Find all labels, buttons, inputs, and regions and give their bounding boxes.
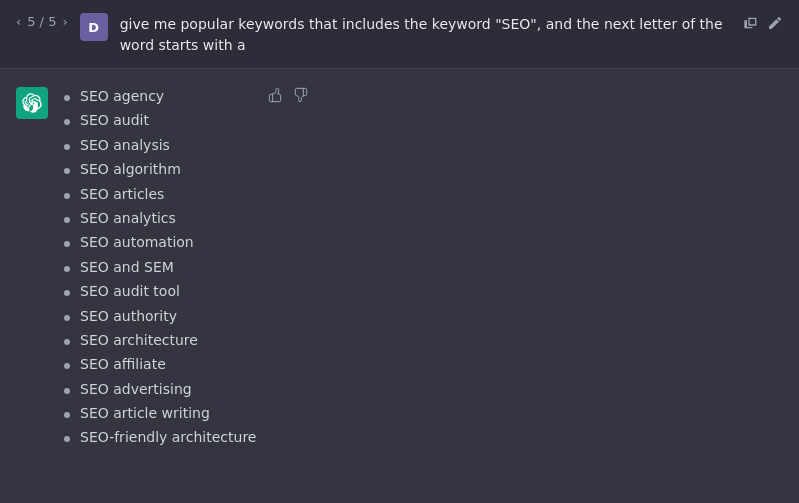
nav-count: 5 / 5: [27, 14, 56, 29]
list-item: SEO analytics: [64, 207, 256, 229]
user-avatar: D: [80, 13, 108, 41]
keyword-text: SEO algorithm: [80, 158, 181, 180]
bullet-icon: [64, 168, 70, 174]
list-item: SEO article writing: [64, 402, 256, 424]
bullet-icon: [64, 217, 70, 223]
keyword-text: SEO audit tool: [80, 280, 180, 302]
list-item: SEO authority: [64, 305, 256, 327]
header-question: give me popular keywords that includes t…: [120, 12, 731, 56]
bullet-icon: [64, 193, 70, 199]
list-item: SEO-friendly architecture: [64, 426, 256, 448]
bullet-icon: [64, 95, 70, 101]
content-area: SEO agencySEO auditSEO analysisSEO algor…: [0, 69, 799, 467]
thumbs-down-icon[interactable]: [292, 87, 308, 107]
bullet-icon: [64, 241, 70, 247]
keyword-text: SEO analysis: [80, 134, 170, 156]
keyword-text: SEO-friendly architecture: [80, 426, 256, 448]
list-item: SEO audit: [64, 109, 256, 131]
header-bar: ‹ 5 / 5 › D give me popular keywords tha…: [0, 0, 799, 69]
edit-icon[interactable]: [767, 15, 783, 35]
nav-controls: ‹ 5 / 5 ›: [16, 12, 68, 29]
bullet-icon: [64, 119, 70, 125]
list-item: SEO architecture: [64, 329, 256, 351]
list-item: SEO and SEM: [64, 256, 256, 278]
list-item: SEO articles: [64, 183, 256, 205]
list-item: SEO audit tool: [64, 280, 256, 302]
bullet-icon: [64, 339, 70, 345]
keyword-text: SEO architecture: [80, 329, 198, 351]
keyword-text: SEO analytics: [80, 207, 176, 229]
bullet-icon: [64, 315, 70, 321]
list-item: SEO automation: [64, 231, 256, 253]
keyword-text: SEO authority: [80, 305, 177, 327]
keyword-text: SEO automation: [80, 231, 194, 253]
bullet-icon: [64, 388, 70, 394]
keyword-text: SEO affiliate: [80, 353, 166, 375]
keyword-text: SEO and SEM: [80, 256, 174, 278]
chatgpt-avatar: [16, 87, 48, 119]
list-item: SEO agency: [64, 85, 256, 107]
nav-next-arrow[interactable]: ›: [62, 14, 67, 29]
response-row: SEO agencySEO auditSEO analysisSEO algor…: [16, 85, 308, 451]
list-item: SEO affiliate: [64, 353, 256, 375]
list-item: SEO advertising: [64, 378, 256, 400]
bullet-icon: [64, 144, 70, 150]
copy-icon[interactable]: [743, 15, 759, 35]
keyword-text: SEO articles: [80, 183, 164, 205]
bullet-icon: [64, 436, 70, 442]
list-item: SEO analysis: [64, 134, 256, 156]
bullet-icon: [64, 266, 70, 272]
keyword-text: SEO advertising: [80, 378, 192, 400]
nav-prev-arrow[interactable]: ‹: [16, 14, 21, 29]
bullet-icon: [64, 412, 70, 418]
keyword-text: SEO article writing: [80, 402, 210, 424]
keyword-text: SEO agency: [80, 85, 164, 107]
list-item: SEO algorithm: [64, 158, 256, 180]
bullet-icon: [64, 363, 70, 369]
response-action-icons: [268, 85, 308, 107]
bullet-icon: [64, 290, 70, 296]
thumbs-up-icon[interactable]: [268, 87, 284, 107]
keyword-text: SEO audit: [80, 109, 149, 131]
keyword-list: SEO agencySEO auditSEO analysisSEO algor…: [64, 85, 256, 449]
response-content: SEO agencySEO auditSEO analysisSEO algor…: [64, 85, 256, 451]
header-action-icons: [743, 12, 783, 35]
